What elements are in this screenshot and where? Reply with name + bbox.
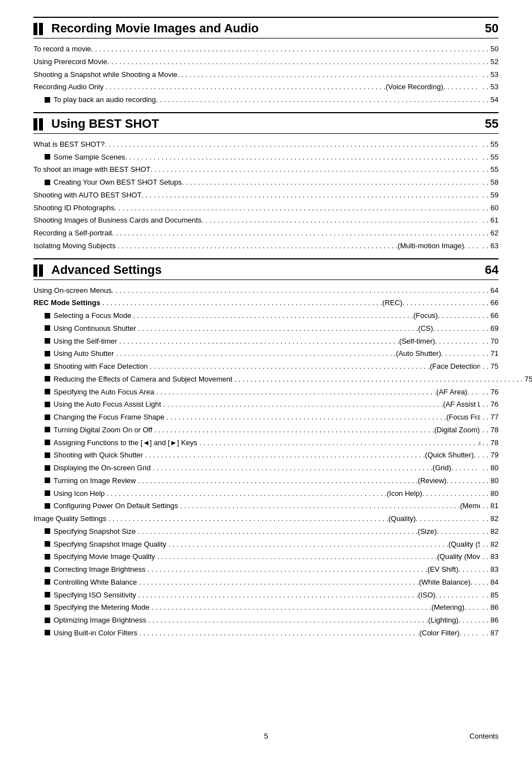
toc-item-label: Shooting with AUTO BEST SHOT (33, 189, 142, 202)
toc-item-suffix: (Color Filter) (419, 627, 460, 640)
toc-item-suffix: (EV Shift) (427, 563, 458, 576)
toc-item: To shoot an image with BEST SHOT. . 55 (33, 163, 499, 176)
toc-item: Specifying the Auto Focus Area . . . . .… (33, 386, 499, 399)
toc-item-label: Using On-screen Menus (33, 285, 112, 297)
dot-leader (125, 151, 480, 164)
toc-page-number: . . 80 (482, 462, 499, 475)
toc-item-label: Shooting with Quick Shutter . . . . . . … (33, 449, 425, 462)
toc-item-category: . . . . . . . . . . . . . . . . . . . . … (161, 400, 443, 408)
svg-rect-0 (33, 23, 37, 35)
bullet-icon (45, 630, 50, 635)
toc-item-text: To play back an audio recording (54, 95, 156, 104)
section-header: Using BEST SHOT55 (33, 112, 499, 134)
toc-page-number: . . 53 (482, 69, 499, 81)
bullet-icon (45, 402, 50, 407)
toc-item-text: Using the Self-timer (54, 337, 117, 345)
toc-item-label: Shooting with Face Detection . . . . . .… (33, 360, 430, 373)
section-title-text: Recording Movie Images and Audio (51, 21, 259, 36)
toc-item-text: Specifying the Auto Focus Area (54, 388, 154, 396)
toc-page-number: . . 55 (482, 151, 499, 164)
toc-item: Shooting Images of Business Cards and Do… (33, 214, 499, 227)
toc-item-text: To shoot an image with BEST SHOT (33, 165, 151, 173)
toc-item-label: Isolating Moving Subjects . . . . . . . … (33, 240, 398, 253)
toc-item-suffix: (Lighting) (428, 614, 458, 627)
toc-item-suffix: (Icon Help) (386, 488, 422, 500)
toc-item-category: . . . . . . . . . . . . . . . . . . . . … (137, 629, 419, 637)
toc-item-category: . . . . . . . . . . . . . . . . . . . . … (100, 298, 383, 307)
section-page-number: 50 (485, 21, 499, 36)
section-header: Advanced Settings64 (33, 258, 499, 280)
toc-item: Specifying Movie Image Quality . . . . .… (33, 551, 499, 563)
toc-item-text: Some Sample Scenes (54, 153, 125, 161)
toc-item-text: Image Quality Settings (33, 514, 107, 523)
toc-item-text: Using Built-in Color Filters (54, 629, 137, 637)
dot-leader: (Size) (418, 525, 480, 538)
toc-page-number: . . 80 (482, 488, 499, 500)
toc-item-label: Selecting a Focus Mode . . . . . . . . .… (33, 310, 413, 322)
toc-item: Shooting a Snapshot while Shooting a Mov… (33, 69, 499, 81)
bullet-icon (45, 528, 50, 534)
toc-item-category: . . . . . . . . . . . . . . . . . . . . … (154, 388, 437, 396)
toc-item-label: Configuring Power On Default Settings . … (33, 500, 460, 513)
section-page-number: 64 (485, 263, 499, 277)
dot-leader: (Quality (Movie)) (437, 551, 480, 563)
toc-item-category: . . . . . . . . . . . . . . . . . . . . … (136, 324, 418, 332)
toc-item: Using Icon Help . . . . . . . . . . . . … (33, 488, 499, 500)
toc-item-category: . . . . . . . . . . . . . . . . . . . . … (166, 540, 448, 548)
dot-leader (182, 176, 480, 189)
dot-leader: (AF Assist Light) (443, 398, 480, 411)
toc-item-category: . . . . . . . . . . . . . . . . . . . . … (151, 464, 433, 472)
toc-item-label: Specifying the Auto Focus Area . . . . .… (33, 386, 436, 399)
dot-leader: (Focus) (413, 310, 480, 322)
toc-item-suffix: (White Balance) (419, 576, 470, 589)
dot-leader: (Auto Shutter) (396, 348, 480, 360)
dot-leader: (Focus Frame) (446, 411, 480, 424)
section-icon (33, 263, 47, 277)
bullet-icon (45, 503, 50, 509)
toc-item-label: Some Sample Scenes (33, 151, 125, 164)
toc-item-suffix: (Size) (418, 525, 437, 538)
toc-item-category: . . . . . . . . . . . . . . . . . . . . … (117, 337, 399, 345)
toc-page-number: . . 60 (482, 202, 499, 215)
toc-item-category: . . . . . . . . . . . . . . . . . . . . … (197, 438, 480, 447)
toc-item: Recording a Self-portrait. . 62 (33, 227, 499, 240)
toc-item-text: Using Icon Help (54, 489, 105, 498)
toc-item-label: Shooting a Snapshot while Shooting a Mov… (33, 69, 177, 81)
section-title: Recording Movie Images and Audio (33, 21, 259, 36)
toc-item-category: . . . . . . . . . . . . . . . . . . . . … (115, 242, 398, 250)
toc-item-label: Using Continuous Shutter . . . . . . . .… (33, 322, 418, 335)
dot-leader: (Digital Zoom) (434, 424, 480, 437)
dot-leader: (Quality) (388, 513, 480, 525)
bullet-icon (45, 541, 50, 547)
toc-page-number: . . 82 (482, 513, 499, 525)
dot-leader: (L/R Key) (479, 437, 480, 450)
dot-leader: (Metering) (432, 601, 480, 614)
bullet-icon (45, 579, 50, 585)
toc-page-number: . . 76 (482, 398, 499, 411)
toc-item-label: Using Built-in Color Filters . . . . . .… (33, 627, 419, 640)
toc-item: Reducing the Effects of Camera and Subje… (33, 373, 499, 386)
toc-item-category: . . . . . . . . . . . . . . . . . . . . … (146, 565, 428, 573)
toc-item: Selecting a Focus Mode . . . . . . . . .… (33, 310, 499, 322)
toc-item-text: Shooting a Snapshot while Shooting a Mov… (33, 70, 177, 79)
toc-item-text: Using Auto Shutter (54, 349, 114, 358)
toc-page-number: . . 78 (482, 424, 499, 437)
bullet-icon (45, 592, 50, 597)
toc-page-number: . . 86 (482, 614, 499, 627)
bullet-icon (45, 338, 50, 344)
footer-label: Contents (470, 732, 499, 740)
toc-item: REC Mode Settings . . . . . . . . . . . … (33, 297, 499, 310)
bullet-icon (45, 376, 50, 382)
toc-item-label: Recording a Self-portrait (33, 227, 112, 240)
toc-item-text: Specifying the Metering Mode (54, 603, 149, 611)
dot-leader (91, 43, 480, 56)
section-recording: Recording Movie Images and Audio50To rec… (33, 17, 499, 107)
toc-item-text: Changing the Focus Frame Shape (54, 413, 165, 421)
toc-page-number: . . 70 (482, 335, 499, 348)
footer-page-number: 5 (264, 732, 268, 740)
toc-page-number: . . 81 (482, 500, 499, 513)
toc-item: To record a movie. . 50 (33, 43, 499, 56)
toc-item-label: Shooting Images of Business Cards and Do… (33, 214, 201, 227)
bullet-icon (45, 313, 50, 319)
toc-page-number: . . 78 (482, 437, 499, 450)
